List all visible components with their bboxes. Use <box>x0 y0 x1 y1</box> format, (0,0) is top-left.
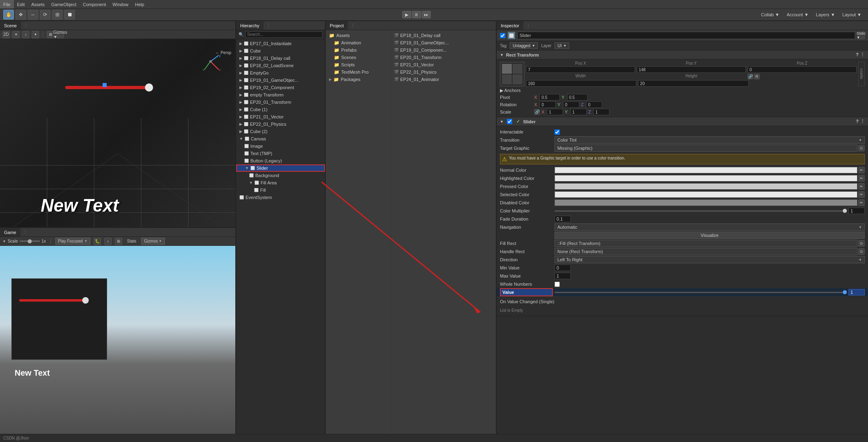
selected-color-picker[interactable]: ✏ <box>858 191 865 198</box>
hierarchy-item-eventsystem[interactable]: ⬜ EventSystem <box>236 194 325 201</box>
scale-x-field[interactable]: 1 <box>547 109 563 115</box>
menu-window[interactable]: Window <box>109 0 132 9</box>
folder-scripts[interactable]: 📁 Scripts <box>326 61 390 68</box>
scene-options[interactable]: ⋮ <box>21 21 31 30</box>
obj-name-field[interactable]: Slider <box>517 32 855 39</box>
width-field[interactable]: 160 <box>526 80 636 87</box>
pressed-color-swatch[interactable] <box>555 183 857 190</box>
expand-icon[interactable]: ▼ <box>500 120 504 124</box>
rot-x-field[interactable]: 0 <box>539 101 556 108</box>
rot-z-field[interactable]: 0 <box>586 101 602 108</box>
menu-help[interactable]: Help <box>132 0 147 9</box>
disabled-color-swatch[interactable] <box>555 199 857 206</box>
scene-2d-btn[interactable]: 2D <box>2 31 10 38</box>
value-slider[interactable] <box>555 292 847 293</box>
anchor-grid-btn[interactable] <box>500 62 524 86</box>
tool-move[interactable]: ✥ <box>15 10 26 20</box>
tab-project[interactable]: Project <box>326 21 348 30</box>
direction-dropdown[interactable]: Left To Right ▼ <box>555 256 865 263</box>
hierarchy-search-input[interactable] <box>245 31 322 38</box>
menu-assets[interactable]: Assets <box>28 0 48 9</box>
hierarchy-item-ep22[interactable]: ▶ ⬜ EP22_01_Physics <box>236 120 325 128</box>
fill-rect-field[interactable]: ::Fill (Rect Transform) <box>555 240 857 247</box>
link-icon[interactable]: 🔗 <box>747 74 753 79</box>
inspector-options[interactable]: ⋮ <box>524 21 533 30</box>
disabled-color-picker[interactable]: ✏ <box>858 199 865 206</box>
stats-btn[interactable]: Stats <box>125 239 138 243</box>
fill-rect-picker[interactable]: ⊙ <box>858 240 865 247</box>
tab-scene[interactable]: Scene <box>0 21 21 30</box>
pause-button[interactable]: ⏸ <box>412 11 421 18</box>
navigation-dropdown[interactable]: Automatic ▼ <box>555 223 865 231</box>
step-button[interactable]: ⏭ <box>422 11 431 18</box>
hierarchy-item-fill[interactable]: ⬜ Fill <box>236 186 325 194</box>
normal-color-swatch[interactable] <box>555 167 857 173</box>
hierarchy-item-ep19-1[interactable]: ▶ ⬜ EP19_01_GameObjec... <box>236 77 325 84</box>
scale-z-field[interactable]: 1 <box>593 109 609 115</box>
hierarchy-item-cube[interactable]: ▶ ⬜ Cube <box>236 47 325 55</box>
bug-icon[interactable]: 🐛 <box>94 238 101 245</box>
scale-slider[interactable] <box>20 241 40 242</box>
hierarchy-item-background[interactable]: ⬜ Background <box>236 172 325 179</box>
hierarchy-item-ep20[interactable]: ▶ ⬜ EP20_01_Transform <box>236 98 325 106</box>
target-graphic-field[interactable]: Missing (Graphic) <box>555 144 857 152</box>
highlighted-color-picker[interactable]: ✏ <box>858 175 865 182</box>
scale-link-icon[interactable]: 🔗 <box>534 109 540 115</box>
rt-help[interactable]: ? <box>856 52 859 57</box>
hierarchy-item-ep19-2[interactable]: ▶ ⬜ EP19_02_Component <box>236 84 325 91</box>
asset-ep20[interactable]: 🎬 EP20_01_Transform <box>391 54 496 61</box>
folder-textmesh[interactable]: 📁 TextMesh Pro <box>326 68 390 76</box>
hierarchy-item-emptytransform[interactable]: ▶ ⬜ empty Transform <box>236 91 325 98</box>
hierarchy-item-fillarea[interactable]: ▼ ⬜ Fill Area <box>236 179 325 186</box>
slider-enabled-checkbox[interactable] <box>507 119 512 124</box>
hierarchy-item-emptygo[interactable]: ▶ ⬜ EmptyGo <box>236 69 325 77</box>
hierarchy-item-ep18delay[interactable]: ▶ ⬜ EP18_01_Delay call <box>236 55 325 62</box>
layer-dropdown[interactable]: UI ▼ <box>555 42 569 49</box>
asset-ep18-delay[interactable]: 🎬 EP18_01_Delay call <box>391 32 496 39</box>
layout-btn[interactable]: Layout ▼ <box>839 12 865 17</box>
game-options[interactable]: ⋮ <box>21 228 30 236</box>
folder-assets-root[interactable]: 📁 Assets <box>326 32 390 39</box>
scene-audio-btn[interactable]: ♪ <box>22 31 29 38</box>
hierarchy-item-canvas[interactable]: ▼ ⬜ Canvas <box>236 135 325 142</box>
asset-ep22[interactable]: 🎬 EP22_01_Physics <box>391 68 496 76</box>
whole-numbers-checkbox[interactable] <box>555 282 560 287</box>
hierarchy-item-button-legacy[interactable]: ⬜ Button (Legacy) <box>236 157 325 164</box>
gizmos-dropdown[interactable]: Gizmos ▼ <box>141 238 165 245</box>
static-btn[interactable]: Static ▼ <box>857 32 865 39</box>
layers-btn[interactable]: Layers ▼ <box>813 12 838 17</box>
tab-hierarchy[interactable]: Hierarchy <box>236 21 264 30</box>
slider-help[interactable]: ? <box>856 119 859 124</box>
hierarchy-item-slider[interactable]: ▼ ⬜ Slider <box>236 164 325 172</box>
scene-viewport[interactable]: ← Persp y x z <box>0 39 235 228</box>
folder-prefabs[interactable]: 📁 Prefabs <box>326 46 390 54</box>
tool-hand[interactable]: ✋ <box>3 10 14 20</box>
pivot-x-field[interactable]: 0.5 <box>539 94 560 101</box>
pivot-y-field[interactable]: 0.5 <box>567 94 587 101</box>
posy-field[interactable]: 148 <box>637 66 746 73</box>
asset-ep19-comp[interactable]: 🎬 EP19_02_Componen... <box>391 46 496 54</box>
asset-ep24[interactable]: 🎬 EP24_01_Animator <box>391 76 496 83</box>
asset-ep21[interactable]: 🎬 EP21_01_Vector <box>391 61 496 68</box>
rt-more[interactable]: ⋮ <box>860 52 865 57</box>
highlighted-color-swatch[interactable] <box>555 175 857 182</box>
hierarchy-item-image[interactable]: ⬜ Image <box>236 142 325 150</box>
max-value-field[interactable]: 1 <box>555 273 571 279</box>
folder-animation[interactable]: 📁 Animation <box>326 39 390 46</box>
handle-rect-picker[interactable]: ⊙ <box>858 248 865 255</box>
obj-active-checkbox[interactable] <box>500 33 505 38</box>
fade-duration-value[interactable]: 0.1 <box>555 216 571 222</box>
posz-field[interactable]: 0 <box>747 66 857 73</box>
posx-field[interactable]: 7 <box>526 66 635 73</box>
tool-rect[interactable]: ⊞ <box>52 10 63 20</box>
tool-scale[interactable]: ⟳ <box>40 10 50 20</box>
color-multiplier-slider[interactable] <box>555 210 847 212</box>
collab-btn[interactable]: Collab ▼ <box>758 12 783 17</box>
menu-component[interactable]: Component <box>79 0 109 9</box>
color-multiplier-value[interactable]: 1 <box>848 208 865 214</box>
handle-rect-field[interactable]: None (Rect Transform) <box>555 248 857 255</box>
value-field[interactable]: 1 <box>848 289 865 295</box>
hierarchy-item-ep21[interactable]: ▶ ⬜ EP21_01_Vector <box>236 113 325 120</box>
min-value-field[interactable]: 0 <box>555 265 571 271</box>
tool-combined[interactable]: 🔲 <box>64 10 75 20</box>
